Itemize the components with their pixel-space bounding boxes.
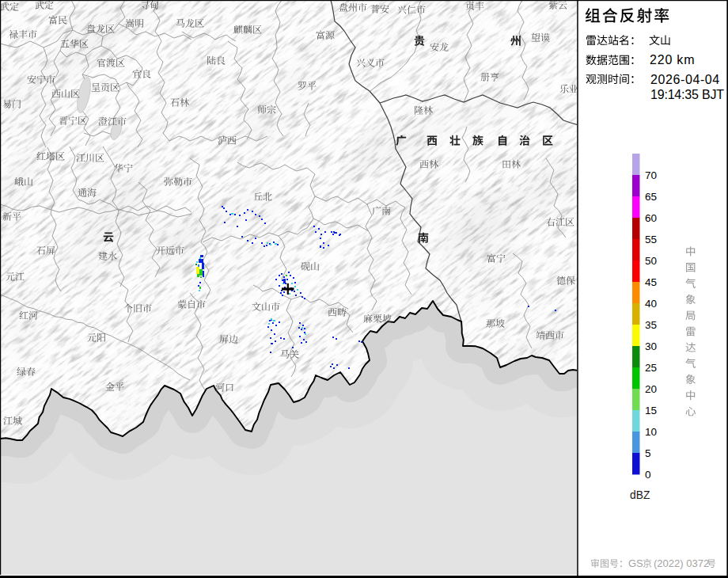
svg-text:40: 40 <box>645 298 657 310</box>
svg-text:55: 55 <box>645 234 657 245</box>
svg-text:70: 70 <box>645 169 657 181</box>
svg-text:35: 35 <box>645 319 657 331</box>
svg-text:50: 50 <box>645 255 657 267</box>
svg-text:(2022) 0372: (2022) 0372 <box>654 557 709 569</box>
svg-text:20: 20 <box>645 383 657 395</box>
svg-text:19:14:35 BJT: 19:14:35 BJT <box>650 88 724 101</box>
svg-text:dBZ: dBZ <box>630 489 650 501</box>
svg-text:65: 65 <box>645 191 657 203</box>
svg-text:10: 10 <box>645 426 657 438</box>
svg-text:GS: GS <box>628 557 643 569</box>
svg-text:30: 30 <box>645 340 657 352</box>
svg-text:2026-04-04: 2026-04-04 <box>650 73 720 86</box>
svg-text:25: 25 <box>645 362 657 374</box>
svg-text:5: 5 <box>645 447 651 459</box>
svg-text:45: 45 <box>645 276 657 288</box>
svg-text:60: 60 <box>645 212 657 224</box>
svg-text:15: 15 <box>645 405 657 416</box>
svg-text:0: 0 <box>645 469 651 481</box>
svg-text:220 km: 220 km <box>650 53 695 67</box>
